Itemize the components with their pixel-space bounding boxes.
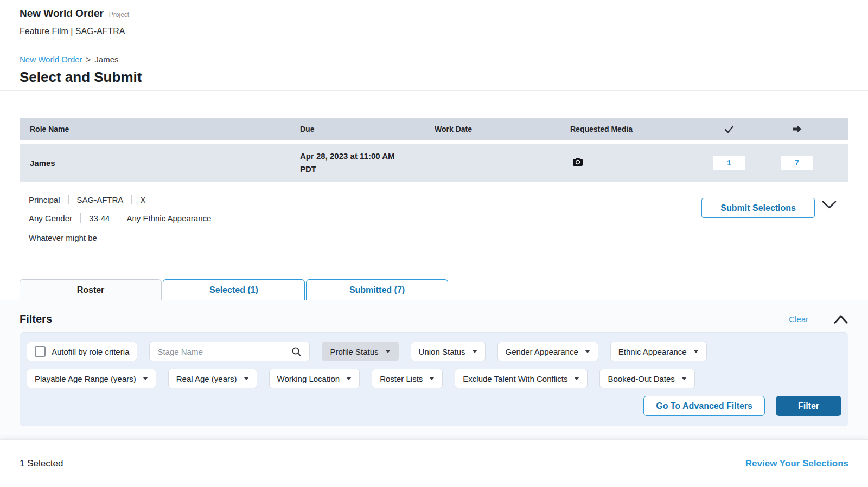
role-table: Role Name Due Work Date Requested Media … — [20, 118, 848, 258]
stage-name-input-wrap — [149, 342, 310, 361]
filters-panel: Filters Clear Autofill by role criteria … — [0, 300, 868, 443]
col-work-date: Work Date — [435, 125, 570, 133]
checkmark-icon — [692, 124, 766, 134]
divider — [68, 195, 69, 204]
roster-lists-dropdown[interactable]: Roster Lists — [372, 369, 443, 388]
filters-box: Autofill by role criteria Profile Status… — [20, 332, 848, 426]
tab-selected[interactable]: Selected (1) — [163, 279, 305, 300]
role-rate: X — [140, 195, 145, 204]
role-type: Principal — [29, 195, 60, 204]
divider — [131, 195, 132, 204]
arrow-right-icon — [766, 125, 828, 133]
breadcrumb-current: James — [94, 55, 118, 64]
breadcrumb-project-link[interactable]: New World Order — [20, 55, 82, 64]
breadcrumb-separator: > — [86, 55, 91, 64]
union-status-dropdown[interactable]: Union Status — [411, 342, 486, 361]
row-due-date: Apr 28, 2023 at 11:00 AM PDT — [300, 150, 435, 176]
caret-down-icon — [574, 377, 579, 380]
project-title: New World Order — [20, 8, 104, 20]
divider — [118, 213, 118, 223]
exclude-conflicts-dropdown[interactable]: Exclude Talent With Conflicts — [455, 369, 588, 388]
caret-down-icon — [693, 350, 699, 353]
filters-actions: Go To Advanced Filters Filter — [27, 396, 841, 416]
submitted-count-badge[interactable]: 7 — [781, 156, 813, 170]
camera-icon — [570, 158, 692, 168]
breadcrumb: New World Order > James — [20, 55, 848, 64]
caret-down-icon — [385, 350, 391, 353]
advanced-filters-button[interactable]: Go To Advanced Filters — [643, 396, 765, 416]
stage-name-input[interactable] — [157, 347, 291, 356]
caret-down-icon — [472, 350, 477, 353]
playable-age-range-dropdown[interactable]: Playable Age Range (years) — [27, 369, 156, 388]
col-due: Due — [300, 125, 435, 133]
working-location-dropdown[interactable]: Working Location — [269, 369, 360, 388]
role-details: Principal SAG-AFTRA X Any Gender 33-44 A… — [20, 182, 848, 258]
filter-button[interactable]: Filter — [776, 396, 841, 416]
caret-down-icon — [143, 377, 148, 380]
autofill-label: Autofill by role criteria — [52, 347, 129, 356]
role-union: SAG-AFTRA — [77, 195, 124, 204]
autofill-checkbox[interactable]: Autofill by role criteria — [27, 342, 137, 361]
selection-footer: 1 Selected Review Your Selections — [0, 439, 868, 487]
chevron-up-icon[interactable] — [833, 314, 848, 324]
project-type-label: Project — [109, 11, 129, 18]
role-description: Whatever might be — [29, 228, 839, 247]
page-title: Select and Submit — [20, 69, 848, 86]
caret-down-icon — [429, 377, 435, 380]
filters-title: Filters — [20, 313, 789, 325]
filters-row-1: Autofill by role criteria Profile Status… — [27, 342, 841, 361]
chevron-down-icon[interactable] — [822, 200, 837, 212]
tab-submitted[interactable]: Submitted (7) — [306, 279, 448, 300]
talent-tabs: Roster Selected (1) Submitted (7) — [20, 279, 848, 300]
role-ethnicity: Any Ethnic Appearance — [126, 214, 211, 223]
role-table-header: Role Name Due Work Date Requested Media — [20, 118, 848, 140]
project-header: New World Order Project Feature Film | S… — [0, 0, 868, 46]
table-row[interactable]: James Apr 28, 2023 at 11:00 AM PDT 1 7 — [20, 144, 848, 182]
project-subtitle: Feature Film | SAG-AFTRA — [20, 27, 848, 36]
search-icon — [291, 347, 302, 357]
table-row-gap — [20, 140, 848, 144]
caret-down-icon — [346, 377, 352, 380]
review-selections-link[interactable]: Review Your Selections — [745, 458, 848, 469]
clear-filters-link[interactable]: Clear — [789, 315, 808, 324]
booked-out-dates-dropdown[interactable]: Booked-Out Dates — [599, 369, 694, 388]
divider — [80, 213, 81, 223]
role-gender: Any Gender — [29, 214, 72, 223]
profile-status-dropdown[interactable]: Profile Status — [322, 342, 398, 361]
col-requested-media: Requested Media — [570, 125, 692, 133]
caret-down-icon — [585, 350, 590, 353]
real-age-dropdown[interactable]: Real Age (years) — [168, 369, 257, 388]
selected-count-text: 1 Selected — [20, 458, 63, 469]
gender-appearance-dropdown[interactable]: Gender Appearance — [497, 342, 598, 361]
submit-selections-button[interactable]: Submit Selections — [701, 198, 815, 218]
caret-down-icon — [244, 377, 249, 380]
role-age-range: 33-44 — [89, 214, 110, 223]
checkbox-icon[interactable] — [35, 346, 46, 357]
selected-count-badge[interactable]: 1 — [713, 156, 745, 170]
row-role-name: James — [20, 158, 300, 168]
filters-row-2: Playable Age Range (years) Real Age (yea… — [27, 369, 841, 388]
page-header: New World Order > James Select and Submi… — [0, 46, 868, 91]
ethnic-appearance-dropdown[interactable]: Ethnic Appearance — [610, 342, 707, 361]
caret-down-icon — [681, 377, 687, 380]
tab-roster[interactable]: Roster — [20, 279, 162, 300]
col-role-name: Role Name — [20, 125, 300, 133]
